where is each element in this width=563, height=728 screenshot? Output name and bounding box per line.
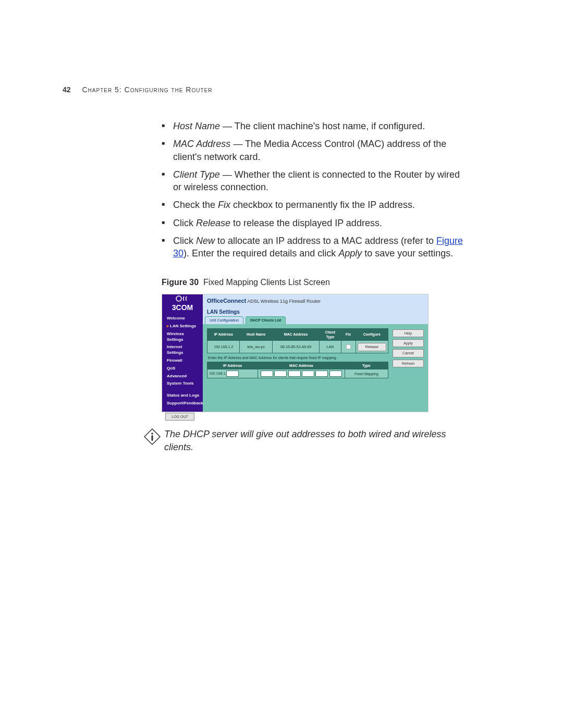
term: Client Type xyxy=(173,169,220,180)
definition-list: Host Name — The client machine's host na… xyxy=(162,120,464,260)
info-text: The DHCP server will give out addresses … xyxy=(164,428,469,453)
info-icon xyxy=(143,428,161,446)
svg-rect-3 xyxy=(152,435,153,441)
term: Host Name xyxy=(173,121,220,131)
sidebar: 3COM Welcome LAN Settings Wireless Setti… xyxy=(162,294,203,412)
mac-input[interactable] xyxy=(288,371,301,377)
nav-system-tools[interactable]: System Tools xyxy=(165,380,200,388)
chapter-title: Chapter 5: Configuring the Router xyxy=(82,85,212,94)
apply-button[interactable]: Apply xyxy=(393,339,424,347)
logout-button[interactable]: LOG OUT xyxy=(165,413,194,421)
panel: IP Address Host Name MAC Address Client … xyxy=(203,324,428,412)
fix-checkbox[interactable] xyxy=(346,344,351,349)
table-row: 192.168.1.2 kris_wu-pc 00-10-85-52-A9-69… xyxy=(207,341,388,353)
help-button[interactable]: Help xyxy=(393,329,424,337)
info-note: The DHCP server will give out addresses … xyxy=(143,428,469,453)
cell-host: kris_wu-pc xyxy=(240,341,272,353)
action-buttons: Help Apply Cancel Refresh xyxy=(393,328,424,408)
th-host: Host Name xyxy=(240,328,272,341)
cell-mac: 00-10-85-52-A9-69 xyxy=(272,341,319,353)
cell-ip-input: 192.168.1. xyxy=(207,369,258,378)
tab-unit-config[interactable]: Unit Configuration xyxy=(205,316,243,324)
nav-menu: Welcome LAN Settings Wireless Settings I… xyxy=(162,313,203,410)
cell-type: Fixed Mapping xyxy=(345,369,388,378)
brand-logo: 3COM xyxy=(162,294,203,313)
running-header: 42 Chapter 5: Configuring the Router xyxy=(63,85,212,94)
mac-input[interactable] xyxy=(329,371,342,377)
mac-input[interactable] xyxy=(261,371,273,377)
nav-qos[interactable]: QoS xyxy=(165,365,200,373)
section-title: LAN Settings xyxy=(203,307,428,316)
cell-ctype: LAN xyxy=(320,341,341,353)
cell-configure: Release xyxy=(356,341,388,353)
cell-mac-input: ----- xyxy=(258,369,345,378)
nav-support[interactable]: Support/Feedback xyxy=(165,400,200,408)
clients-table: IP Address Host Name MAC Address Client … xyxy=(207,328,388,354)
mac-input[interactable] xyxy=(315,371,328,377)
cell-ip: 192.168.1.2 xyxy=(207,341,240,353)
list-item: Click Release to release the displayed I… xyxy=(162,217,464,229)
nav-lan-settings[interactable]: LAN Settings xyxy=(165,323,200,330)
page-number: 42 xyxy=(63,85,71,94)
nav-welcome[interactable]: Welcome xyxy=(165,315,200,323)
list-item: MAC Address — The Media Access Control (… xyxy=(162,138,464,163)
fixed-mapping-table: IP Address MAC Address Type 192.168.1. -… xyxy=(207,362,388,378)
th-mac2: MAC Address xyxy=(258,362,345,369)
figure-caption: Figure 30 Fixed Mapping Clients List Scr… xyxy=(162,277,464,288)
cancel-button[interactable]: Cancel xyxy=(393,349,424,357)
tab-bar: Unit Configuration DHCP Clients List xyxy=(203,316,428,324)
th-ip2: IP Address xyxy=(207,362,258,369)
body-content: Host Name — The client machine's host na… xyxy=(162,120,464,412)
list-item: Client Type — Whether the client is conn… xyxy=(162,168,464,194)
nav-firewall[interactable]: Firewall xyxy=(165,357,200,365)
list-item: Check the Fix checkbox to permanently fi… xyxy=(162,199,464,211)
main-panel: OfficeConnect ADSL Wireless 11g Firewall… xyxy=(203,294,428,412)
svg-point-0 xyxy=(176,296,181,301)
th-type2: Type xyxy=(345,362,388,369)
th-fix: Fix xyxy=(341,328,356,341)
mac-input[interactable] xyxy=(274,371,287,377)
table-row: 192.168.1. ----- Fixed Mapping xyxy=(207,369,388,378)
refresh-button[interactable]: Refresh xyxy=(393,360,424,367)
th-ctype: Client Type xyxy=(320,328,341,341)
nav-status-logs[interactable]: Status and Logs xyxy=(165,392,200,400)
mac-input[interactable] xyxy=(302,371,314,377)
th-mac: MAC Address xyxy=(272,328,319,341)
th-ip: IP Address xyxy=(207,328,240,341)
svg-point-2 xyxy=(151,433,153,435)
list-item: Host Name — The client machine's host na… xyxy=(162,120,464,132)
release-button[interactable]: Release xyxy=(358,343,387,351)
nav-internet[interactable]: Internet Settings xyxy=(165,343,200,357)
embedded-screenshot: 3COM Welcome LAN Settings Wireless Setti… xyxy=(162,294,429,412)
list-item: Click New to allocate an IP address to a… xyxy=(162,235,464,260)
cell-fix xyxy=(341,341,356,353)
ip-octet-input[interactable] xyxy=(226,371,239,377)
th-configure: Configure xyxy=(356,328,388,341)
product-banner: OfficeConnect ADSL Wireless 11g Firewall… xyxy=(203,294,428,307)
tab-dhcp-clients[interactable]: DHCP Clients List xyxy=(246,316,286,324)
instruction-text: Enter the IP Address and MAC Address for… xyxy=(207,353,388,361)
term: MAC Address xyxy=(173,139,230,149)
nav-advanced[interactable]: Advanced xyxy=(165,373,200,380)
nav-wireless[interactable]: Wireless Settings xyxy=(165,330,200,344)
